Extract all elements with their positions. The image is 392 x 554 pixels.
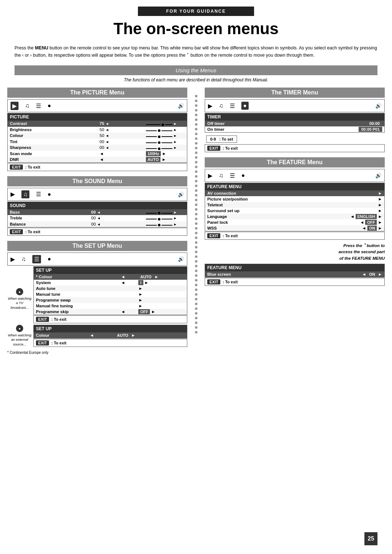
brightness-label: Brightness bbox=[8, 127, 98, 133]
colour-label: Colour bbox=[8, 133, 98, 139]
sound-music-icon: ♫ bbox=[21, 190, 29, 198]
setup-exit-row: EXIT : To exit bbox=[33, 315, 187, 323]
setup-exit-row2: EXIT : To exit bbox=[33, 339, 187, 347]
timer-hint: 0-9 : To set bbox=[206, 136, 237, 143]
contrast-value: 75 ◄ bbox=[97, 121, 143, 127]
timer-menu-table: TIMER Off timer 00:00 On timer 00:00 P01 bbox=[205, 113, 385, 133]
picture-exit-row: EXIT : To exit bbox=[7, 163, 187, 171]
sound-menu-title: The SOUND Menu bbox=[7, 176, 187, 186]
picture-exit-btn[interactable]: EXIT bbox=[10, 165, 23, 170]
sound-exit-row: EXIT : To exit bbox=[7, 228, 187, 236]
timer-menu-title: The TIMER Menu bbox=[205, 88, 385, 98]
feature-exit-text: : To exit bbox=[222, 234, 237, 238]
sound-speaker-icon: 🔊 bbox=[178, 191, 184, 197]
setup-menu-table2: SET UP Colour ◄ AUTO ► bbox=[33, 325, 187, 339]
feature2-exit-row: EXIT : To exit bbox=[205, 278, 385, 286]
setup-header: SET UP bbox=[34, 267, 187, 274]
picture-header: PICTURE bbox=[8, 113, 187, 121]
speaker-icon: 🔊 bbox=[178, 103, 184, 109]
setup-exit-btn2[interactable]: EXIT bbox=[36, 340, 49, 345]
column-divider bbox=[191, 88, 201, 347]
timer-icon-bar: ▶ ♫ ☰ ● 🔊 bbox=[205, 99, 385, 112]
scanmode-label: Scan mode bbox=[8, 151, 98, 157]
sound-menu-block: The SOUND Menu ▶ ♫ ☰ ● 🔊 SOUND Bass 00 ◄ bbox=[7, 176, 187, 236]
picture-icon-bar: ▶ ♫ ☰ ● 🔊 bbox=[7, 99, 187, 112]
picture-exit-text: : To exit bbox=[25, 165, 40, 169]
dnr-label: DNR bbox=[8, 157, 98, 163]
setup-ext-note: ● When watching an external source... bbox=[7, 325, 32, 347]
setup-tv-note-text: When watching a TV broadcast... bbox=[7, 296, 32, 310]
feature-menu-block: The FEATURE Menu ▶ ♫ ☰ ● 🔊 FEATURE MENU … bbox=[205, 157, 385, 286]
sound-icon-bar: ▶ ♫ ☰ ● 🔊 bbox=[7, 188, 187, 201]
banner-label: FOR YOUR GUIDANCE bbox=[166, 9, 226, 14]
feature-header: FEATURE MENU bbox=[205, 183, 385, 191]
main-title: The on-screen menus bbox=[0, 20, 392, 38]
setup-menu-title: The SET UP Menu bbox=[7, 241, 187, 251]
sound-exit-btn[interactable]: EXIT bbox=[10, 229, 23, 234]
sound-settings-icon: ☰ bbox=[36, 191, 41, 198]
feature-exit-btn[interactable]: EXIT bbox=[207, 233, 220, 238]
sound-menu-table: SOUND Bass 00 ◄ ► Treble 00 ◄ bbox=[7, 202, 187, 228]
italic-note: The functions of each menu are described… bbox=[0, 77, 392, 82]
picture-menu-table: PICTURE Contrast 75 ◄ ► Brightness 50 ◄ bbox=[7, 113, 187, 163]
setup-exit-text: : To exit bbox=[51, 317, 66, 322]
feature2-exit-text: : To exit bbox=[222, 280, 237, 284]
using-menus-header: Using the Menus bbox=[15, 65, 377, 75]
treble-label: Treble bbox=[8, 215, 89, 221]
feature-menu-title: The FEATURE Menu bbox=[205, 157, 385, 167]
bass-label: Bass bbox=[8, 209, 89, 215]
sound-clock-icon: ● bbox=[48, 191, 51, 198]
sound-exit-text: : To exit bbox=[25, 230, 40, 234]
off-timer-label: Off timer bbox=[205, 121, 284, 126]
setup-menu-block: The SET UP Menu ▶ ♫ ☰ ● 🔊 ● When watchin… bbox=[7, 241, 187, 347]
picture-icon: ▶ bbox=[11, 102, 19, 110]
feature2-exit-btn[interactable]: EXIT bbox=[207, 279, 220, 284]
on-timer-label: On timer bbox=[205, 126, 284, 133]
timer-exit-text: : To exit bbox=[222, 146, 237, 150]
contrast-label: Contrast bbox=[8, 121, 98, 127]
setup-exit-text2: : To exit bbox=[51, 341, 66, 345]
feature-exit-row: EXIT : To exit bbox=[205, 232, 385, 240]
music-icon: ♫ bbox=[25, 102, 29, 109]
timer-exit-btn[interactable]: EXIT bbox=[207, 146, 220, 151]
picture-menu-block: The PICTURE Menu ▶ ♫ ☰ ● 🔊 PICTURE Contr… bbox=[7, 88, 187, 171]
balance-label: Balance bbox=[8, 221, 89, 227]
timer-menu-block: The TIMER Menu ▶ ♫ ☰ ● 🔊 TIMER Off timer… bbox=[205, 88, 385, 152]
feature-menu-table: FEATURE MENU AV connection ► Picture siz… bbox=[205, 183, 385, 231]
setup-tv-note-icon: ● bbox=[16, 288, 23, 295]
feature-header2: FEATURE MENU bbox=[205, 264, 385, 271]
setup-header2: SET UP bbox=[34, 325, 187, 333]
intro-text: Press the MENU button on the remote cont… bbox=[15, 44, 377, 59]
press-note: Press the ˅ button toaccess the second p… bbox=[205, 243, 385, 262]
sound-picture-icon: ▶ bbox=[11, 191, 15, 198]
setup-ext-note-icon: ● bbox=[16, 325, 23, 332]
settings-icon: ☰ bbox=[36, 102, 41, 109]
setup-icon-bar: ▶ ♫ ☰ ● 🔊 bbox=[7, 252, 187, 266]
setup-ext-note-text: When watching an external source... bbox=[7, 333, 32, 347]
picture-menu-title: The PICTURE Menu bbox=[7, 88, 187, 98]
timer-header: TIMER bbox=[205, 113, 385, 121]
sound-header: SOUND bbox=[8, 202, 187, 209]
setup-exit-btn[interactable]: EXIT bbox=[36, 317, 49, 322]
tint-label: Tint bbox=[8, 139, 98, 145]
feature-icon-bar: ▶ ♫ ☰ ● 🔊 bbox=[205, 169, 385, 182]
sharpness-label: Sharpness bbox=[8, 145, 98, 151]
footnote: * Continental Europe only bbox=[7, 351, 385, 355]
clock-icon: ● bbox=[48, 102, 51, 109]
timer-exit-row: EXIT : To exit bbox=[205, 144, 385, 152]
top-banner: FOR YOUR GUIDANCE bbox=[138, 7, 254, 16]
setup-tv-note: ● When watching a TV broadcast... bbox=[7, 266, 32, 310]
feature-menu-table2: FEATURE MENU Blue screen ◄ ON ► bbox=[205, 264, 385, 278]
page-number: 25 bbox=[364, 532, 377, 545]
setup-menu-table: SET UP * Colour ◄ AUTO ► System ◄ I ► bbox=[33, 266, 187, 315]
